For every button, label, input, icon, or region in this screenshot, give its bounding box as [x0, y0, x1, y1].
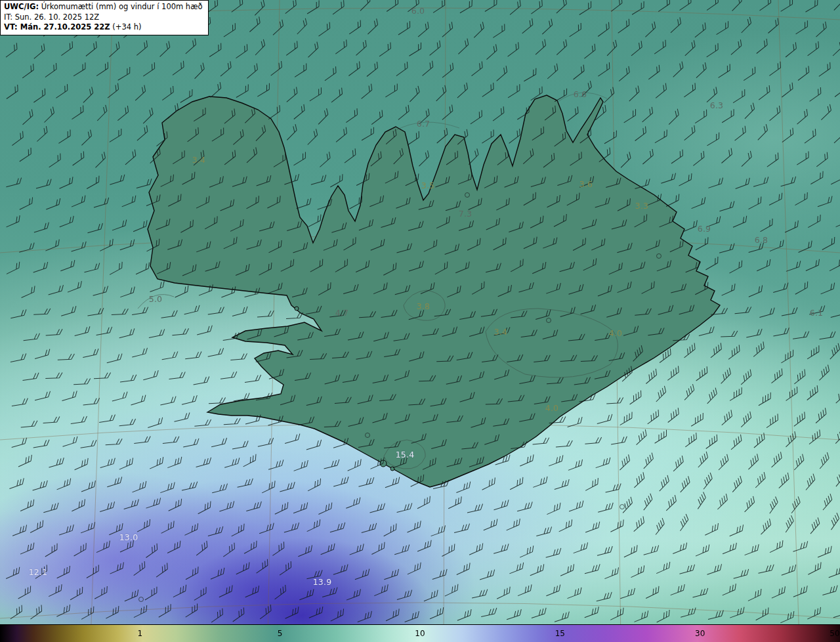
init-time-line: IT: Sun. 26. 10. 2025 12Z: [4, 12, 203, 23]
product-title: Úrkomumætti (mm) og vindur í 100m hæð: [41, 2, 203, 11]
valid-time-bold: VT: Mán. 27.10.2025 22Z: [4, 22, 110, 32]
valid-time-line: VT: Mán. 27.10.2025 22Z (+34 h): [4, 22, 203, 33]
colorbar-tick: 50: [830, 629, 839, 638]
init-label: IT:: [4, 12, 12, 22]
colorbar-tick: 15: [555, 629, 565, 638]
colorbar-gradient: 1510153050: [0, 625, 840, 642]
colorbar-tick: 5: [278, 629, 283, 638]
colorbar-tick: 10: [415, 629, 425, 638]
colorbar-tick: 1: [138, 629, 143, 638]
valid-offset: (+34 h): [112, 22, 141, 32]
weather-map-screen: 6.06.66.36.73.43.53.63.37.36.96.85.03.84…: [0, 0, 840, 642]
map-canvas: [0, 0, 840, 642]
colorbar-tick: 30: [695, 629, 705, 638]
valid-label: VT:: [4, 22, 18, 32]
init-time: Sun. 26. 10. 2025 12Z: [15, 12, 100, 22]
product-title-line: UWC/IG: Úrkomumætti (mm) og vindur í 100…: [4, 2, 203, 12]
coastline: [148, 95, 720, 487]
colorbar: 1510153050: [0, 624, 840, 642]
model-name: UWC/IG:: [4, 2, 39, 11]
title-box: UWC/IG: Úrkomumætti (mm) og vindur í 100…: [0, 0, 209, 35]
valid-time: Mán. 27.10.2025 22Z: [20, 22, 110, 32]
